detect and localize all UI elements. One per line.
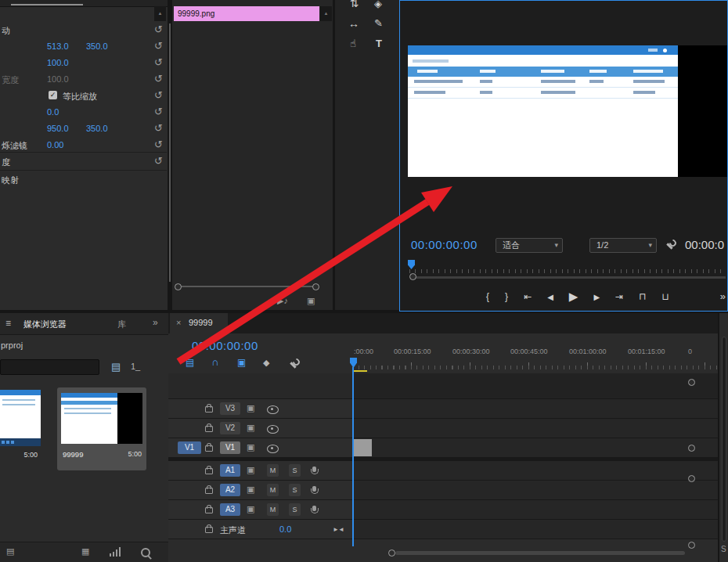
rolling-edit-tool-icon[interactable]: ◈ bbox=[374, 0, 382, 9]
reset-icon[interactable]: ↺ bbox=[154, 106, 163, 117]
zoom-level-select[interactable]: 适合 ▾ bbox=[496, 238, 563, 253]
timeline-clip[interactable] bbox=[354, 439, 372, 456]
track-content-master[interactable] bbox=[352, 520, 718, 539]
settings-wrench-icon[interactable] bbox=[665, 240, 674, 250]
timeline-settings-icon[interactable] bbox=[288, 359, 297, 369]
track-badge-a1[interactable]: A1 bbox=[220, 464, 240, 477]
step-back-icon[interactable]: ◀ bbox=[547, 293, 553, 301]
reset-icon[interactable]: ↺ bbox=[154, 40, 163, 52]
track-badge-v3[interactable]: V3 bbox=[220, 402, 240, 415]
solo-button[interactable]: S bbox=[289, 484, 301, 496]
reset-icon[interactable]: ↺ bbox=[154, 56, 163, 68]
play-icon[interactable]: ▶ bbox=[569, 290, 578, 304]
track-content-a2[interactable] bbox=[352, 481, 718, 499]
pen-tool-icon[interactable]: ✎ bbox=[374, 17, 383, 29]
panel-menu-icon[interactable]: ≡ bbox=[5, 318, 11, 329]
reset-icon[interactable]: ↺ bbox=[154, 122, 163, 134]
add-marker-icon[interactable]: ◆ bbox=[263, 358, 269, 368]
snap-icon[interactable]: ∩ bbox=[211, 356, 218, 368]
pan-icon[interactable]: ►◄ bbox=[333, 526, 344, 533]
timeline-ruler[interactable]: :00:00 00:00:15:00 00:00:30:00 00:00:45:… bbox=[352, 347, 718, 370]
go-to-out-icon[interactable]: ⇥ bbox=[615, 291, 623, 302]
voiceover-mic-icon[interactable] bbox=[312, 467, 316, 472]
scroll-handle[interactable] bbox=[409, 273, 416, 280]
lock-icon[interactable] bbox=[205, 426, 213, 432]
track-content-v3[interactable] bbox=[352, 399, 718, 418]
program-timecode[interactable]: 00:00:00:00 bbox=[411, 238, 478, 251]
scroll-handle[interactable] bbox=[688, 379, 695, 386]
overflow-tabs-icon[interactable]: » bbox=[153, 317, 158, 328]
nest-sequence-icon[interactable]: ▤ bbox=[186, 357, 194, 368]
tab-media-browser[interactable]: 媒体浏览器 bbox=[23, 319, 67, 330]
playhead-line[interactable] bbox=[352, 367, 354, 546]
voiceover-mic-icon[interactable] bbox=[312, 506, 316, 511]
tab-libraries[interactable]: 库 bbox=[117, 319, 126, 330]
reset-icon[interactable]: ↺ bbox=[154, 155, 163, 167]
lift-icon[interactable]: ⊓ bbox=[639, 291, 646, 302]
master-volume-value[interactable]: 0.0 bbox=[279, 524, 291, 534]
scroll-handle[interactable] bbox=[175, 283, 182, 290]
reset-icon[interactable]: ↺ bbox=[154, 73, 163, 85]
scrollbar-up-button[interactable]: ▲ bbox=[154, 6, 166, 21]
toggle-effects-icon[interactable]: ▣ bbox=[307, 296, 315, 306]
mark-in-icon[interactable]: { bbox=[486, 291, 489, 302]
media-item-selected[interactable]: 99999 5:00 bbox=[57, 387, 146, 470]
extract-icon[interactable]: ⊔ bbox=[662, 291, 669, 302]
track-select-tool-icon[interactable]: ⇅ bbox=[350, 0, 359, 9]
position-x-value[interactable]: 513.0 bbox=[47, 41, 69, 51]
horizontal-scrollbar[interactable] bbox=[395, 551, 685, 555]
track-badge-v2[interactable]: V2 bbox=[220, 422, 240, 434]
type-tool-icon[interactable]: T bbox=[376, 38, 382, 49]
source-patch-v1[interactable]: V1 bbox=[178, 441, 201, 454]
lock-icon[interactable] bbox=[205, 488, 213, 494]
lock-icon[interactable] bbox=[205, 527, 213, 533]
solo-button[interactable]: S bbox=[289, 464, 301, 477]
scroll-handle[interactable] bbox=[388, 549, 395, 557]
track-output-eye-icon[interactable] bbox=[267, 425, 279, 434]
scroll-handle[interactable] bbox=[688, 475, 695, 482]
track-content-a1[interactable] bbox=[352, 461, 718, 480]
solo-button[interactable]: S bbox=[289, 503, 301, 516]
mute-button[interactable]: M bbox=[267, 464, 279, 477]
lock-icon[interactable] bbox=[205, 468, 213, 474]
reset-icon[interactable]: ↺ bbox=[154, 139, 163, 150]
media-item[interactable]: 5:00 bbox=[0, 390, 41, 465]
sync-lock-icon[interactable]: ▣ bbox=[247, 442, 254, 452]
anchor-x-value[interactable]: 950.0 bbox=[47, 124, 69, 133]
scroll-handle[interactable] bbox=[688, 445, 695, 452]
track-content-v2[interactable] bbox=[352, 419, 718, 438]
track-badge-a2[interactable]: A2 bbox=[220, 484, 240, 496]
sync-lock-icon[interactable]: ▣ bbox=[247, 423, 254, 433]
playhead-marker[interactable] bbox=[408, 260, 415, 269]
search-input[interactable] bbox=[0, 359, 99, 375]
scroll-handle[interactable] bbox=[312, 283, 319, 290]
track-badge-a3[interactable]: A3 bbox=[220, 503, 240, 516]
clip-bar[interactable]: 99999.png bbox=[174, 6, 319, 21]
play-audio-icon[interactable]: ▶♪ bbox=[277, 296, 288, 306]
mute-button[interactable]: M bbox=[267, 484, 279, 496]
sync-lock-icon[interactable]: ▣ bbox=[247, 485, 254, 495]
mute-button[interactable]: M bbox=[267, 503, 279, 516]
list-view-icon[interactable]: ▤ bbox=[6, 546, 14, 557]
monitor-time-ruler[interactable] bbox=[409, 269, 726, 273]
tab-sequence[interactable]: × 99999 bbox=[170, 313, 228, 333]
reset-icon[interactable]: ↺ bbox=[154, 89, 163, 101]
track-content-a3[interactable] bbox=[352, 500, 718, 519]
slip-tool-icon[interactable]: ↔ bbox=[348, 17, 359, 30]
monitor-scrollbar[interactable] bbox=[413, 276, 726, 279]
rotation-value[interactable]: 0.0 bbox=[47, 107, 59, 117]
track-output-eye-icon[interactable] bbox=[267, 405, 279, 414]
track-content-v1[interactable] bbox=[352, 438, 718, 457]
horizontal-scrollbar[interactable] bbox=[178, 286, 313, 287]
antiflicker-value[interactable]: 0.00 bbox=[47, 140, 63, 150]
step-forward-icon[interactable]: ▶ bbox=[593, 293, 600, 301]
zoom-slider-icon[interactable] bbox=[110, 547, 122, 557]
uniform-scale-checkbox[interactable]: ✓ bbox=[49, 91, 57, 99]
linked-selection-icon[interactable]: ▣ bbox=[237, 357, 246, 368]
grid-view-icon[interactable]: ▦ bbox=[81, 546, 89, 557]
lock-icon[interactable] bbox=[205, 445, 213, 452]
hand-tool-icon[interactable]: ☝ bbox=[350, 38, 356, 49]
lock-icon[interactable] bbox=[205, 507, 213, 513]
position-y-value[interactable]: 350.0 bbox=[86, 41, 108, 51]
track-output-eye-icon[interactable] bbox=[267, 445, 279, 453]
